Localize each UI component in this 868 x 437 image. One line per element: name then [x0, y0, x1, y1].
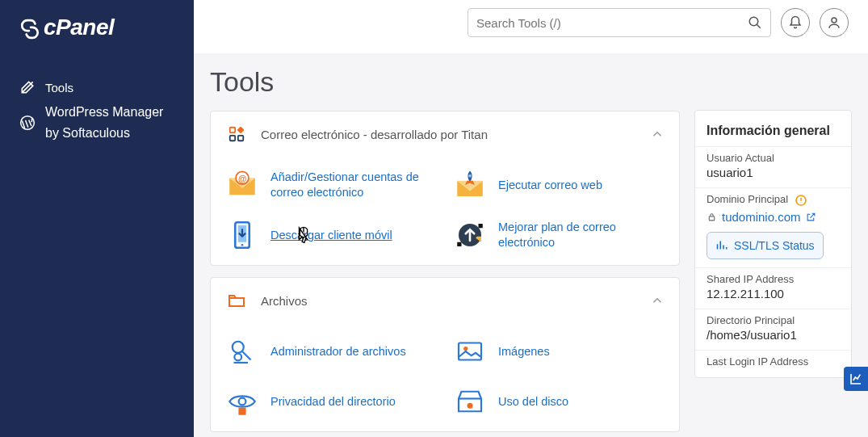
svg-rect-14: [457, 242, 461, 246]
tool-label: Privacidad del directorio: [270, 394, 396, 410]
tool-label: Añadir/Gestionar cuentas de correo elect…: [270, 170, 437, 200]
apps-grid-icon: [225, 123, 248, 145]
chevron-up-icon: [650, 293, 665, 308]
tool-label: Uso del disco: [498, 394, 568, 410]
info-ip: Shared IP Address 12.12.211.100: [695, 267, 851, 309]
svg-point-9: [468, 174, 472, 178]
main: Tools: [194, 0, 868, 437]
sidebar-label-wordpress: WordPress Manager by Softaculous: [45, 102, 174, 143]
svg-point-12: [241, 244, 244, 246]
tool-upgrade-email[interactable]: Mejorar plan de correo electrónico: [453, 212, 665, 258]
ssl-button-label: SSL/TLS Status: [734, 239, 815, 252]
tool-file-manager[interactable]: Administrador de archivos: [225, 328, 437, 375]
svg-rect-6: [238, 136, 243, 141]
file-manager-icon: [225, 334, 259, 368]
info-domain: Dominio Principal tudominio.com SSL/TLS …: [695, 187, 851, 267]
sidebar-item-tools[interactable]: Tools: [19, 73, 174, 102]
svg-text:@: @: [238, 174, 246, 183]
tool-label: Imágenes: [498, 344, 550, 359]
wordpress-icon: [19, 115, 36, 131]
sidebar: cPanel Tools WordPress Manager by Softac…: [0, 0, 194, 437]
sidebar-item-wordpress[interactable]: WordPress Manager by Softaculous: [19, 102, 174, 149]
lock-icon: [707, 212, 717, 222]
user-icon: [827, 15, 841, 30]
envelope-at-icon: @: [225, 168, 259, 202]
svg-rect-19: [459, 343, 481, 360]
info-value: usuario1: [707, 166, 840, 179]
tool-disk-usage[interactable]: Uso del disco: [453, 378, 665, 425]
chevron-up-icon: [650, 127, 665, 141]
external-link-icon: [806, 212, 816, 222]
search-input[interactable]: [476, 16, 748, 30]
info-user: Usuario Actual usuario1: [695, 146, 851, 187]
card-files: Archivos Administrador de archivos: [210, 277, 680, 432]
domain-text: tudominio.com: [722, 210, 801, 224]
folder-icon: [225, 289, 248, 312]
sidebar-label-tools: Tools: [45, 81, 73, 95]
svg-rect-4: [237, 126, 245, 133]
info-title: Información general: [695, 111, 851, 146]
svg-point-21: [239, 398, 246, 405]
tool-images[interactable]: Imágenes: [453, 328, 665, 375]
tools-icon: [19, 79, 36, 95]
info-value: 12.12.211.100: [707, 287, 840, 300]
upgrade-arrow-icon: [453, 218, 487, 252]
tool-add-manage-email[interactable]: @ Añadir/Gestionar cuentas de correo ele…: [225, 162, 437, 208]
card-files-title: Archivos: [261, 294, 637, 308]
svg-point-17: [233, 342, 244, 353]
svg-point-20: [463, 347, 468, 351]
info-label: Shared IP Address: [707, 273, 840, 285]
svg-point-18: [234, 354, 241, 361]
cpanel-logo[interactable]: cPanel: [19, 15, 174, 40]
tool-download-mobile[interactable]: Descargar cliente móvil: [225, 212, 437, 258]
chart-line-icon: [849, 372, 862, 385]
bell-icon: [788, 15, 803, 30]
svg-point-2: [832, 18, 837, 23]
svg-point-1: [749, 17, 758, 26]
phone-download-icon: [225, 218, 259, 252]
info-lastlogin: Last Login IP Address: [695, 350, 851, 377]
svg-point-22: [468, 403, 473, 409]
svg-rect-24: [709, 216, 715, 221]
info-label: Last Login IP Address: [707, 355, 840, 368]
svg-rect-3: [230, 128, 235, 132]
images-icon: [453, 334, 487, 368]
info-homedir: Directorio Principal /home3/usuario1: [695, 309, 851, 350]
tool-label: Mejorar plan de correo electrónico: [498, 220, 665, 250]
topbar: [194, 0, 868, 53]
info-value: /home3/usuario1: [707, 328, 840, 342]
privacy-eye-icon: [225, 384, 259, 418]
svg-rect-5: [230, 136, 235, 141]
info-label: Dominio Principal: [707, 193, 840, 207]
card-email-title: Correo electrónico - desarrollado por Ti…: [261, 128, 637, 141]
tool-label: Ejecutar correo web: [498, 178, 602, 193]
ssl-status-button[interactable]: SSL/TLS Status: [707, 232, 824, 259]
info-label: Usuario Actual: [707, 152, 840, 164]
card-email-header[interactable]: Correo electrónico - desarrollado por Ti…: [211, 111, 679, 157]
card-email: Correo electrónico - desarrollado por Ti…: [210, 111, 680, 266]
notifications-button[interactable]: [781, 8, 810, 37]
card-files-header[interactable]: Archivos: [211, 278, 679, 323]
envelope-rocket-icon: [453, 168, 487, 202]
info-panel: Información general Usuario Actual usuar…: [694, 110, 852, 378]
tool-webmail[interactable]: Ejecutar correo web: [453, 162, 665, 208]
search-icon: [748, 15, 762, 30]
search-container[interactable]: [468, 8, 771, 37]
tool-label: Administrador de archivos: [270, 344, 406, 359]
account-button[interactable]: [820, 8, 849, 37]
brand-text: cPanel: [44, 15, 114, 40]
warning-icon: [795, 194, 807, 207]
info-label: Directorio Principal: [707, 314, 840, 326]
stats-floating-button[interactable]: [844, 367, 868, 391]
svg-rect-15: [479, 224, 483, 228]
domain-link[interactable]: tudominio.com: [707, 210, 840, 224]
disk-usage-icon: [453, 384, 487, 418]
bar-chart-icon: [715, 239, 728, 251]
tool-directory-privacy[interactable]: Privacidad del directorio: [225, 378, 437, 425]
tool-label: Descargar cliente móvil: [270, 228, 392, 243]
content: Tools: [194, 53, 868, 437]
page-title: Tools: [210, 66, 680, 98]
